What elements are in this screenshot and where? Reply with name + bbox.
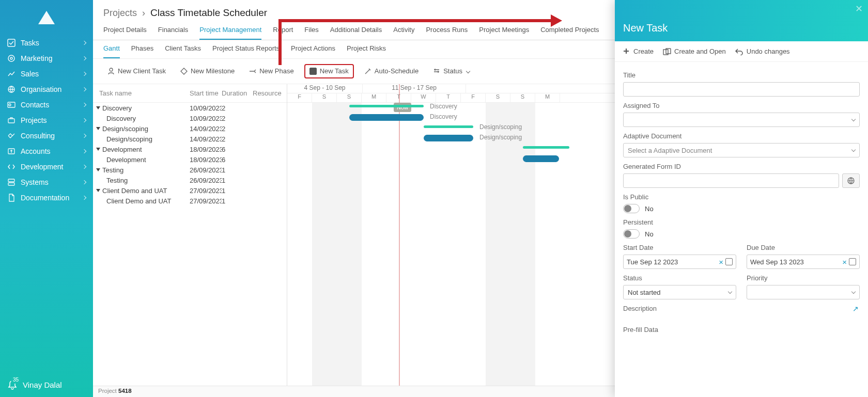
svg-rect-0 <box>8 39 15 46</box>
status-dropdown[interactable]: Status <box>429 65 474 77</box>
sidebar-item-marketing[interactable]: Marketing <box>0 51 93 66</box>
annotation-arrow-head <box>551 14 562 27</box>
task-row[interactable]: Testing26/09/20231 <box>93 175 287 185</box>
persistent-toggle[interactable] <box>623 229 640 239</box>
toggle-value: No <box>645 230 654 238</box>
form-id-input[interactable] <box>623 173 839 188</box>
assigned-to-select[interactable] <box>623 113 860 127</box>
new-task-button[interactable]: New Task <box>304 64 354 78</box>
task-row[interactable]: Development18/09/20236 <box>93 154 287 165</box>
calendar-icon[interactable] <box>725 258 733 265</box>
gantt-summary-bar[interactable] <box>349 105 424 107</box>
sidebar-item-organisation[interactable]: Organisation <box>0 82 93 97</box>
globe-button[interactable] <box>842 173 860 188</box>
tab-process-runs[interactable]: Process Runs <box>426 22 468 40</box>
label-due-date: Due Date <box>747 244 860 251</box>
chevron-right-icon <box>82 103 86 107</box>
sidebar-item-contacts[interactable]: Contacts <box>0 97 93 113</box>
close-icon[interactable]: ✕ <box>855 3 863 14</box>
expand-icon[interactable] <box>853 305 860 312</box>
gantt-task-bar[interactable] <box>424 135 473 141</box>
tab-financials[interactable]: Financials <box>158 22 189 40</box>
tab-files[interactable]: Files <box>304 22 318 40</box>
subtab-status-reports[interactable]: Project Status Reports <box>212 40 280 58</box>
annotation-arrow <box>278 22 282 65</box>
tab-project-meetings[interactable]: Project Meetings <box>479 22 529 40</box>
tab-project-details[interactable]: Project Details <box>103 22 147 40</box>
status-select[interactable]: Not started <box>623 285 736 299</box>
nav-label: Contacts <box>21 101 78 109</box>
is-public-toggle[interactable] <box>623 204 640 213</box>
breadcrumb-current: Class Timetable Scheduler <box>150 7 267 18</box>
task-row[interactable]: Client Demo and UAT27/09/20231 <box>93 196 287 206</box>
task-list-header: Task name Start time Duration Resource <box>93 84 287 103</box>
task-row[interactable]: Design/scoping14/09/20232 <box>93 123 287 134</box>
subtab-risks[interactable]: Project Risks <box>347 40 386 58</box>
nav-label: Sales <box>21 70 78 78</box>
chevron-down-icon <box>851 290 856 294</box>
subtab-gantt[interactable]: Gantt <box>103 40 120 58</box>
svg-point-1 <box>8 55 14 61</box>
priority-select[interactable] <box>747 285 860 299</box>
bell-icon[interactable]: 35 <box>7 379 18 390</box>
sidebar-item-accounts[interactable]: Accounts <box>0 144 93 159</box>
task-row[interactable]: Client Demo and UAT27/09/20231 <box>93 185 287 196</box>
tab-project-management[interactable]: Project Management <box>199 22 261 40</box>
sliders-icon <box>433 68 440 75</box>
title-input[interactable] <box>623 82 860 97</box>
task-row[interactable]: Discovery10/09/20232 <box>93 113 287 123</box>
sidebar-item-consulting[interactable]: Consulting <box>0 128 93 144</box>
calendar-icon[interactable] <box>849 258 856 265</box>
tab-report[interactable]: Report <box>273 22 293 40</box>
now-marker <box>399 84 400 386</box>
chevron-down-icon <box>466 69 470 73</box>
task-row[interactable]: Discovery10/09/20232 <box>93 103 287 113</box>
user-info[interactable]: 35 Vinay Dalal <box>0 372 93 397</box>
tab-additional-details[interactable]: Additional Details <box>330 22 382 40</box>
sidebar-item-sales[interactable]: Sales <box>0 66 93 82</box>
task-row[interactable]: Testing26/09/20231 <box>93 165 287 175</box>
new-client-task-button[interactable]: New Client Task <box>103 65 170 77</box>
tab-activity[interactable]: Activity <box>393 22 414 40</box>
breadcrumb-root[interactable]: Projects <box>103 8 137 18</box>
task-row[interactable]: Design/scoping14/09/20232 <box>93 134 287 144</box>
subtab-client-tasks[interactable]: Client Tasks <box>165 40 201 58</box>
gantt-task-bar[interactable] <box>349 114 424 121</box>
start-date-input[interactable]: Tue Sep 12 2023 × <box>623 255 736 269</box>
briefcase-icon <box>7 116 16 124</box>
adaptive-document-select[interactable]: Select a Adaptive Document <box>623 143 860 157</box>
new-milestone-button[interactable]: New Milestone <box>176 65 239 77</box>
task-row[interactable]: Development18/09/20236 <box>93 144 287 154</box>
sidebar-item-tasks[interactable]: Tasks <box>0 35 93 51</box>
tab-completed-projects[interactable]: Completed Projects <box>540 22 599 40</box>
subtab-actions[interactable]: Project Actions <box>291 40 335 58</box>
clear-icon[interactable]: × <box>719 258 723 266</box>
sidebar-item-projects[interactable]: Projects <box>0 113 93 128</box>
undo-button[interactable]: Undo changes <box>735 47 790 55</box>
label-start-date: Start Date <box>623 244 736 251</box>
chevron-down-icon <box>851 117 856 121</box>
gantt-task-list: Task name Start time Duration Resource D… <box>93 84 287 386</box>
gantt-summary-bar[interactable] <box>424 125 473 128</box>
status-id: 5418 <box>118 388 132 394</box>
new-task-panel: New Task ✕ Create Create and Open Undo c… <box>615 0 868 397</box>
clear-icon[interactable]: × <box>842 258 847 266</box>
undo-icon <box>735 48 743 55</box>
svg-rect-9 <box>8 183 14 185</box>
create-and-open-button[interactable]: Create and Open <box>663 47 726 55</box>
auto-schedule-button[interactable]: Auto-Schedule <box>360 65 423 77</box>
due-date-input[interactable]: Wed Sep 13 2023 × <box>747 255 860 269</box>
plus-icon <box>623 48 630 55</box>
label-prefill: Pre-fill Data <box>623 326 860 334</box>
sidebar-item-systems[interactable]: Systems <box>0 174 93 190</box>
new-phase-button[interactable]: New Phase <box>245 65 298 77</box>
subtab-phases[interactable]: Phases <box>131 40 153 58</box>
gantt-summary-bar[interactable] <box>523 146 569 149</box>
sidebar-item-documentation[interactable]: Documentation <box>0 190 93 205</box>
milestone-icon <box>180 68 188 75</box>
chevron-right-icon <box>82 72 86 76</box>
create-button[interactable]: Create <box>623 47 654 55</box>
gantt-task-bar[interactable] <box>523 155 559 162</box>
sidebar-item-development[interactable]: Development <box>0 159 93 174</box>
user-name: Vinay Dalal <box>23 380 62 389</box>
